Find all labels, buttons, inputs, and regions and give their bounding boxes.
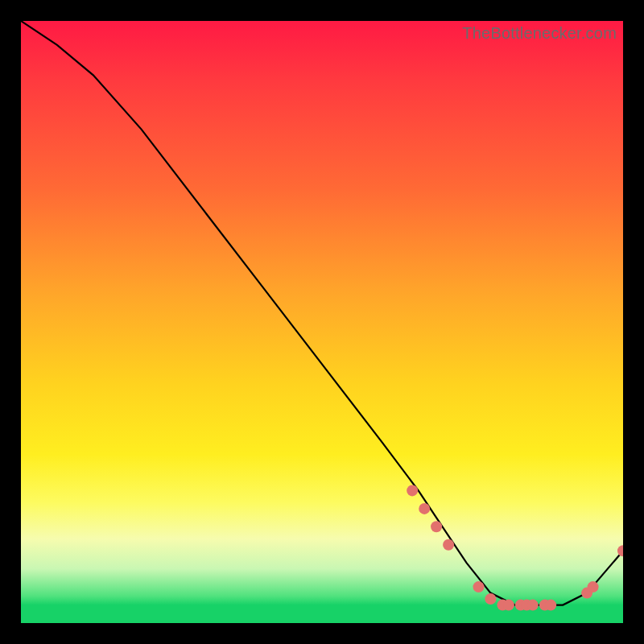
marker-dot [617,545,623,556]
chart-frame: TheBottlenecker.com [0,0,644,644]
marker-dot [473,581,485,592]
gradient-plot-area: TheBottlenecker.com [21,21,623,623]
marker-dot [419,503,430,514]
marker-dot [503,600,514,611]
watermark-text: TheBottlenecker.com [462,24,617,43]
marker-dot [407,485,418,496]
marker-dot [431,521,442,532]
bottleneck-curve [21,21,623,605]
marker-dot [545,600,556,611]
curve-layer [21,21,623,623]
marker-dot [485,593,496,605]
marker-group [407,485,623,610]
marker-dot [443,539,454,551]
marker-dot [588,581,599,592]
marker-dot [527,600,539,611]
